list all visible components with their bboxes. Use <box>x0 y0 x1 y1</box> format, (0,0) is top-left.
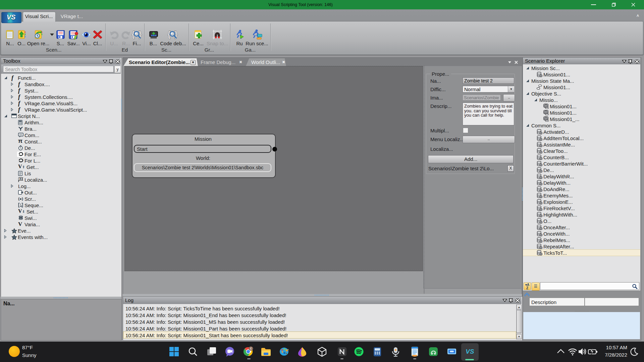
svg-text:{●}: {●} <box>18 197 23 201</box>
svg-text:VS: VS <box>466 348 474 355</box>
svg-text:A: A <box>19 178 21 180</box>
svg-text:E: E <box>250 347 252 350</box>
